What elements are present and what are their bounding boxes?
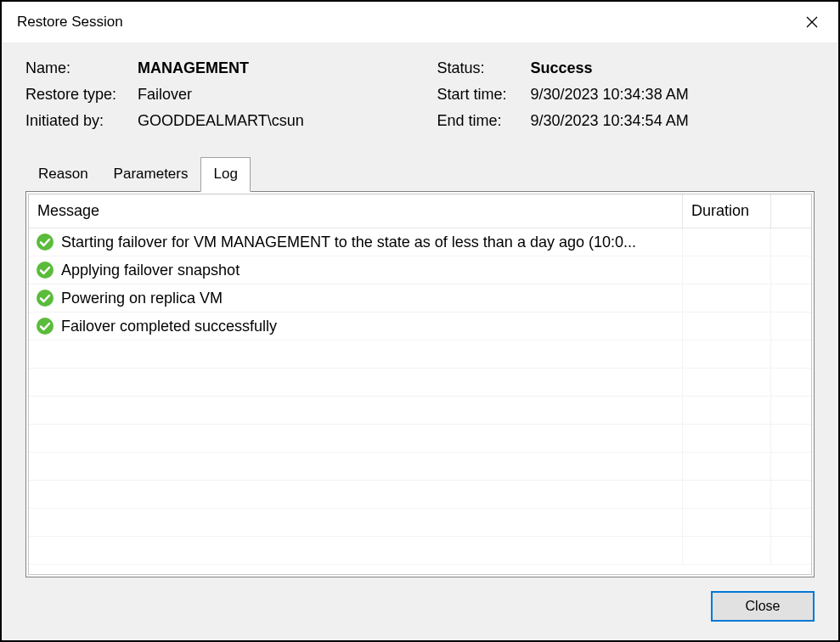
start-time-value: 9/30/2023 10:34:38 AM xyxy=(531,86,689,104)
cell-message: Applying failover snapshot xyxy=(29,256,683,284)
cell-spacer xyxy=(771,313,811,340)
name-value: MANAGEMENT xyxy=(138,59,249,77)
success-icon xyxy=(36,233,54,251)
cell-duration xyxy=(683,341,771,368)
initiated-by-row: Initiated by: GOODDEALMART\csun xyxy=(25,112,403,130)
close-button[interactable]: Close xyxy=(711,591,815,622)
success-icon xyxy=(36,317,54,335)
svg-point-2 xyxy=(37,234,54,251)
cell-duration xyxy=(683,369,771,396)
table-row xyxy=(29,481,811,509)
table-row xyxy=(29,509,811,537)
cell-duration xyxy=(683,425,771,452)
table-row xyxy=(29,537,811,565)
cell-spacer xyxy=(771,481,811,508)
end-time-row: End time: 9/30/2023 10:34:54 AM xyxy=(437,112,815,130)
table-row xyxy=(29,369,811,397)
cell-duration xyxy=(683,284,771,312)
log-table: Message Duration Starting failover for V… xyxy=(28,194,812,575)
titlebar: Restore Session xyxy=(2,2,838,42)
table-row[interactable]: Failover completed successfully xyxy=(29,313,811,341)
tab-strip: Reason Parameters Log xyxy=(25,157,815,191)
cell-duration xyxy=(683,313,771,340)
cell-message xyxy=(29,425,683,452)
cell-message xyxy=(29,453,683,480)
initiated-by-label: Initiated by: xyxy=(25,112,138,130)
summary-grid: Name: MANAGEMENT Restore type: Failover … xyxy=(25,59,815,138)
start-time-label: Start time: xyxy=(437,86,531,104)
restore-type-row: Restore type: Failover xyxy=(25,86,403,104)
cell-spacer xyxy=(771,397,811,424)
cell-duration xyxy=(683,481,771,508)
cell-duration xyxy=(683,537,771,564)
table-row xyxy=(29,397,811,425)
cell-message xyxy=(29,341,683,368)
close-icon xyxy=(806,16,818,28)
cell-spacer xyxy=(771,537,811,564)
cell-duration xyxy=(683,509,771,536)
restore-type-value: Failover xyxy=(138,86,192,104)
svg-point-4 xyxy=(37,290,54,307)
col-header-duration[interactable]: Duration xyxy=(683,194,771,228)
status-label: Status: xyxy=(437,59,531,77)
tab-parameters[interactable]: Parameters xyxy=(101,157,201,191)
log-table-wrap: Message Duration Starting failover for V… xyxy=(25,191,815,577)
col-header-spacer xyxy=(771,194,811,228)
message-text: Starting failover for VM MANAGEMENT to t… xyxy=(61,234,636,251)
table-row xyxy=(29,425,811,453)
content-area: Name: MANAGEMENT Restore type: Failover … xyxy=(2,42,838,640)
table-row xyxy=(29,453,811,481)
cell-message xyxy=(29,397,683,424)
cell-spacer xyxy=(771,341,811,368)
cell-message xyxy=(29,537,683,564)
summary-right-col: Status: Success Start time: 9/30/2023 10… xyxy=(437,59,815,138)
restore-type-label: Restore type: xyxy=(25,86,138,104)
tab-reason[interactable]: Reason xyxy=(25,157,101,191)
cell-message: Starting failover for VM MANAGEMENT to t… xyxy=(29,228,683,256)
cell-spacer xyxy=(771,453,811,480)
cell-spacer xyxy=(771,369,811,396)
success-icon xyxy=(36,261,54,279)
success-icon xyxy=(36,289,54,307)
cell-spacer xyxy=(771,228,811,256)
svg-point-5 xyxy=(37,318,54,335)
cell-spacer xyxy=(771,284,811,312)
footer: Close xyxy=(25,577,815,622)
svg-point-3 xyxy=(37,262,54,279)
cell-message: Failover completed successfully xyxy=(29,313,683,340)
cell-duration xyxy=(683,453,771,480)
initiated-by-value: GOODDEALMART\csun xyxy=(138,112,304,130)
window-close-button[interactable] xyxy=(792,8,832,36)
summary-left-col: Name: MANAGEMENT Restore type: Failover … xyxy=(25,59,403,138)
cell-spacer xyxy=(771,509,811,536)
cell-duration xyxy=(683,397,771,424)
message-text: Failover completed successfully xyxy=(61,318,277,335)
table-row[interactable]: Powering on replica VM xyxy=(29,284,811,313)
message-text: Applying failover snapshot xyxy=(61,262,240,279)
end-time-value: 9/30/2023 10:34:54 AM xyxy=(531,112,689,130)
message-text: Powering on replica VM xyxy=(61,290,223,307)
name-label: Name: xyxy=(25,59,138,77)
cell-message xyxy=(29,369,683,396)
window-title: Restore Session xyxy=(17,14,123,31)
status-row: Status: Success xyxy=(437,59,815,77)
table-body: Starting failover for VM MANAGEMENT to t… xyxy=(29,228,811,574)
table-row xyxy=(29,341,811,369)
cell-duration xyxy=(683,228,771,256)
name-row: Name: MANAGEMENT xyxy=(25,59,403,77)
end-time-label: End time: xyxy=(437,112,531,130)
tab-log[interactable]: Log xyxy=(200,157,250,192)
cell-message xyxy=(29,509,683,536)
table-row[interactable]: Starting failover for VM MANAGEMENT to t… xyxy=(29,228,811,256)
cell-message: Powering on replica VM xyxy=(29,284,683,312)
cell-message xyxy=(29,481,683,508)
cell-spacer xyxy=(771,256,811,284)
table-header: Message Duration xyxy=(29,194,811,228)
status-value: Success xyxy=(531,59,593,77)
table-row[interactable]: Applying failover snapshot xyxy=(29,256,811,284)
col-header-message[interactable]: Message xyxy=(29,194,683,228)
cell-duration xyxy=(683,256,771,284)
cell-spacer xyxy=(771,425,811,452)
start-time-row: Start time: 9/30/2023 10:34:38 AM xyxy=(437,86,815,104)
